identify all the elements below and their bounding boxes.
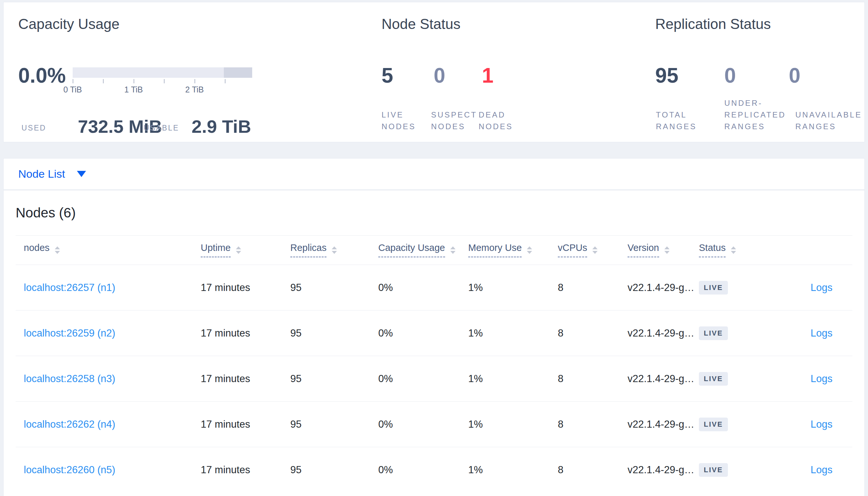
capacity-stats: USED 732.5 MiB USABLE 2.9 TiB xyxy=(4,113,264,136)
column-header-version[interactable]: Version xyxy=(628,243,699,258)
capacity-cell: 0% xyxy=(378,464,468,476)
vcpus-cell: 8 xyxy=(558,464,628,476)
logs-link[interactable]: Logs xyxy=(811,419,833,430)
node-address-link[interactable]: localhost:26260 (n5) xyxy=(24,464,115,476)
live-nodes-count: 5 xyxy=(381,65,434,86)
uptime-cell: 17 minutes xyxy=(201,327,290,339)
sort-icon[interactable] xyxy=(55,246,60,254)
live-nodes-label: LIVE NODES xyxy=(381,106,431,133)
nodes-table-body: localhost:26257 (n1) 17 minutes 95 0% 1%… xyxy=(16,265,852,493)
capacity-axis-labels: 0 TiB 1 TiB 2 TiB xyxy=(73,85,252,95)
sort-icon[interactable] xyxy=(731,246,736,254)
under-replicated-count: 0 xyxy=(724,65,789,86)
capacity-cell: 0% xyxy=(378,419,468,430)
vcpus-cell: 8 xyxy=(558,282,628,294)
vcpus-cell: 8 xyxy=(558,327,628,339)
status-badge: LIVE xyxy=(699,281,728,295)
replicas-cell: 95 xyxy=(290,327,378,339)
logs-link[interactable]: Logs xyxy=(811,464,833,476)
dead-nodes-count: 1 xyxy=(482,65,494,86)
capacity-usage-title: Capacity Usage xyxy=(18,15,120,33)
tick-label-2: 2 TiB xyxy=(185,85,204,94)
capacity-axis-ticks xyxy=(73,79,252,84)
capacity-percent: 0.0% xyxy=(18,65,66,86)
nodes-table-header: nodes Uptime Replicas Capacity Usage Mem… xyxy=(24,236,833,265)
memory-cell: 1% xyxy=(468,327,558,339)
under-replicated-label: UNDER-REPLICATED RANGES xyxy=(724,106,790,133)
capacity-bar-chart: 0 TiB 1 TiB 2 TiB xyxy=(73,67,252,95)
memory-cell: 1% xyxy=(468,282,558,294)
nodes-table-card: Nodes (6) nodes Uptime Replicas Capacity… xyxy=(3,190,865,496)
table-row: localhost:26257 (n1) 17 minutes 95 0% 1%… xyxy=(16,265,852,310)
sort-icon[interactable] xyxy=(236,246,241,254)
suspect-nodes-count: 0 xyxy=(434,65,482,86)
column-header-capacity-usage[interactable]: Capacity Usage xyxy=(378,243,468,258)
capacity-bar-dark-segment xyxy=(224,67,252,78)
tick-label-0: 0 TiB xyxy=(63,85,82,94)
version-cell: v22.1.4-29-g… xyxy=(628,464,699,476)
dead-nodes-label: DEAD NODES xyxy=(479,106,527,133)
column-header-nodes[interactable]: nodes xyxy=(24,243,201,258)
replicas-cell: 95 xyxy=(290,373,378,385)
sort-icon[interactable] xyxy=(664,246,670,254)
column-header-replicas[interactable]: Replicas xyxy=(290,243,378,258)
sort-icon[interactable] xyxy=(450,246,455,254)
sort-icon[interactable] xyxy=(527,246,532,254)
table-row: localhost:26258 (n3) 17 minutes 95 0% 1%… xyxy=(16,356,852,402)
suspect-nodes-label: SUSPECT NODES xyxy=(431,106,479,133)
status-badge: LIVE xyxy=(699,326,728,340)
used-label: USED xyxy=(21,124,46,133)
usable-value: 2.9 TiB xyxy=(192,118,251,136)
sort-icon[interactable] xyxy=(332,246,337,254)
logs-link[interactable]: Logs xyxy=(811,327,833,339)
total-ranges-count: 95 xyxy=(655,65,724,86)
node-status-title: Node Status xyxy=(381,15,460,33)
uptime-cell: 17 minutes xyxy=(201,373,290,385)
logs-link[interactable]: Logs xyxy=(811,282,833,293)
column-header-vcpus[interactable]: vCPUs xyxy=(558,243,628,258)
cluster-summary-card: Capacity Usage 0.0% 0 TiB 1 TiB 2 TiB US… xyxy=(3,2,865,142)
caret-down-icon xyxy=(77,171,86,177)
view-selector-bar: Node List xyxy=(3,158,865,190)
vcpus-cell: 8 xyxy=(558,419,628,430)
status-badge: LIVE xyxy=(699,372,728,386)
status-badge: LIVE xyxy=(699,463,728,477)
replication-labels: TOTAL RANGES UNDER-REPLICATED RANGES UNA… xyxy=(656,106,868,133)
unavailable-label: UNAVAILABLE RANGES xyxy=(795,106,868,133)
version-cell: v22.1.4-29-g… xyxy=(628,419,699,430)
replication-numbers: 95 0 0 xyxy=(655,65,800,86)
uptime-cell: 17 minutes xyxy=(201,419,290,430)
replicas-cell: 95 xyxy=(290,464,378,476)
usable-label: USABLE xyxy=(144,124,179,133)
version-cell: v22.1.4-29-g… xyxy=(628,282,699,294)
uptime-cell: 17 minutes xyxy=(201,282,290,294)
capacity-cell: 0% xyxy=(378,373,468,385)
version-cell: v22.1.4-29-g… xyxy=(628,327,699,339)
node-address-link[interactable]: localhost:26262 (n4) xyxy=(24,419,115,430)
unavailable-count: 0 xyxy=(789,65,800,86)
table-row: localhost:26259 (n2) 17 minutes 95 0% 1%… xyxy=(16,310,852,356)
node-address-link[interactable]: localhost:26259 (n2) xyxy=(24,327,115,339)
table-row: localhost:26260 (n5) 17 minutes 95 0% 1%… xyxy=(16,447,852,493)
node-list-dropdown[interactable]: Node List xyxy=(18,168,86,180)
node-address-link[interactable]: localhost:26257 (n1) xyxy=(24,282,115,293)
column-header-memory-use[interactable]: Memory Use xyxy=(468,243,558,258)
replicas-cell: 95 xyxy=(290,419,378,430)
column-header-uptime[interactable]: Uptime xyxy=(201,243,290,258)
sort-icon[interactable] xyxy=(592,246,598,254)
memory-cell: 1% xyxy=(468,373,558,385)
node-list-dropdown-label: Node List xyxy=(18,168,65,180)
capacity-cell: 0% xyxy=(378,327,468,339)
tick-label-1: 1 TiB xyxy=(124,85,143,94)
status-badge: LIVE xyxy=(699,418,728,431)
logs-link[interactable]: Logs xyxy=(811,373,833,384)
column-header-status[interactable]: Status xyxy=(699,243,769,258)
node-address-link[interactable]: localhost:26258 (n3) xyxy=(24,373,115,384)
table-row: localhost:26262 (n4) 17 minutes 95 0% 1%… xyxy=(16,402,852,447)
total-ranges-label: TOTAL RANGES xyxy=(656,106,724,133)
version-cell: v22.1.4-29-g… xyxy=(628,373,699,385)
capacity-bar xyxy=(73,67,252,78)
nodes-section-title: Nodes (6) xyxy=(16,205,76,221)
vcpus-cell: 8 xyxy=(558,373,628,385)
replicas-cell: 95 xyxy=(290,282,378,294)
